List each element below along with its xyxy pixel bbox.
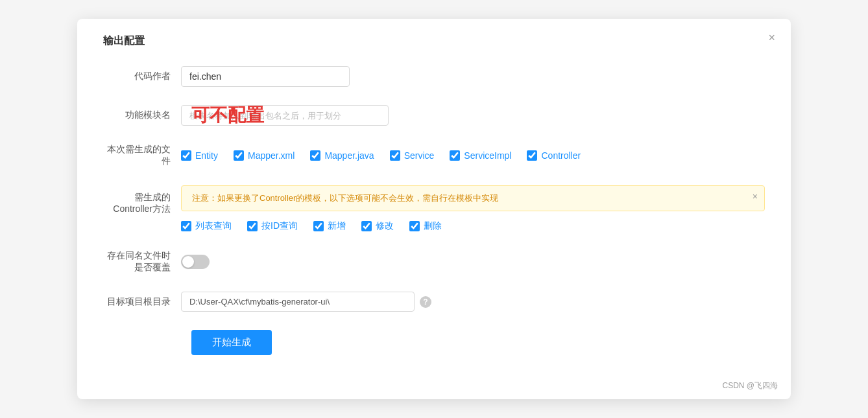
notice-text: 注意：如果更换了Controller的模板，以下选项可能不会生效，需自行在模板中… xyxy=(192,193,498,203)
author-row: 代码作者 xyxy=(103,66,765,87)
controller-row: 需生成的Controller方法 注意：如果更换了Controller的模板，以… xyxy=(103,185,765,232)
checkbox-service-impl-label: ServiceImpl xyxy=(464,150,511,161)
module-input[interactable] xyxy=(181,105,389,126)
files-label: 本次需生成的文件 xyxy=(103,144,181,167)
notice-box: 注意：如果更换了Controller的模板，以下选项可能不会生效，需自行在模板中… xyxy=(181,185,765,211)
checkbox-service-label: Service xyxy=(404,150,435,161)
checkbox-mapper-xml-label: Mapper.xml xyxy=(248,150,295,161)
checkbox-update-input[interactable] xyxy=(361,221,372,231)
checkbox-add-label: 新增 xyxy=(328,220,346,232)
checkbox-mapper-java-input[interactable] xyxy=(310,150,320,161)
controller-section: 注意：如果更换了Controller的模板，以下选项可能不会生效，需自行在模板中… xyxy=(181,185,765,232)
toggle-slider xyxy=(181,255,210,269)
checkbox-by-id[interactable]: 按ID查询 xyxy=(247,220,298,232)
overwrite-toggle[interactable] xyxy=(181,255,210,269)
notice-close-button[interactable]: × xyxy=(753,191,758,202)
toggle-wrapper xyxy=(181,255,210,269)
overwrite-label: 存在同名文件时是否覆盖 xyxy=(103,250,181,273)
target-dir-input[interactable] xyxy=(181,292,415,312)
checkbox-service-impl-input[interactable] xyxy=(450,150,460,161)
checkbox-update-label: 修改 xyxy=(376,220,394,232)
checkbox-list-query-input[interactable] xyxy=(181,221,191,231)
checkbox-service[interactable]: Service xyxy=(390,150,435,161)
checkbox-delete-label: 删除 xyxy=(424,220,442,232)
author-label: 代码作者 xyxy=(103,71,181,82)
checkbox-entity-input[interactable] xyxy=(181,150,191,161)
checkbox-mapper-java[interactable]: Mapper.java xyxy=(310,150,374,161)
dialog-title: 输出配置 xyxy=(103,34,765,48)
checkbox-service-input[interactable] xyxy=(390,150,400,161)
checkbox-entity-label: Entity xyxy=(195,150,218,161)
checkbox-list-query-label: 列表查询 xyxy=(195,220,232,232)
module-row: 功能模块名 可不配置 xyxy=(103,105,765,126)
checkbox-update[interactable]: 修改 xyxy=(361,220,394,232)
files-row: 本次需生成的文件 Entity Mapper.xml Mapper.java S… xyxy=(103,144,765,167)
checkbox-delete[interactable]: 删除 xyxy=(409,220,442,232)
target-dir-label: 目标项目根目录 xyxy=(103,296,181,308)
checkbox-controller-input[interactable] xyxy=(527,150,537,161)
checkbox-controller[interactable]: Controller xyxy=(527,150,581,161)
module-input-wrapper: 可不配置 xyxy=(181,105,389,126)
checkbox-by-id-label: 按ID查询 xyxy=(261,220,298,232)
controller-methods-group: 列表查询 按ID查询 新增 修改 删除 xyxy=(181,220,765,232)
files-checkbox-group: Entity Mapper.xml Mapper.java Service Se… xyxy=(181,150,581,161)
checkbox-list-query[interactable]: 列表查询 xyxy=(181,220,232,232)
close-button[interactable]: × xyxy=(768,32,775,43)
start-button[interactable]: 开始生成 xyxy=(191,330,272,355)
checkbox-controller-label: Controller xyxy=(541,150,581,161)
module-label: 功能模块名 xyxy=(103,110,181,121)
checkbox-add[interactable]: 新增 xyxy=(313,220,346,232)
checkbox-entity[interactable]: Entity xyxy=(181,150,218,161)
output-config-dialog: 输出配置 × 代码作者 功能模块名 可不配置 本次需生成的文件 Entity M… xyxy=(77,19,791,399)
checkbox-by-id-input[interactable] xyxy=(247,221,258,231)
author-input[interactable] xyxy=(181,66,350,87)
checkbox-mapper-java-label: Mapper.java xyxy=(324,150,374,161)
start-button-row: 开始生成 xyxy=(103,330,765,355)
checkbox-mapper-xml[interactable]: Mapper.xml xyxy=(234,150,295,161)
checkbox-mapper-xml-input[interactable] xyxy=(234,150,244,161)
checkbox-add-input[interactable] xyxy=(313,221,324,231)
target-dir-row: 目标项目根目录 ? xyxy=(103,292,765,312)
watermark: CSDN @飞四海 xyxy=(722,380,778,391)
help-icon[interactable]: ? xyxy=(420,296,431,308)
overwrite-row: 存在同名文件时是否覆盖 xyxy=(103,250,765,273)
checkbox-service-impl[interactable]: ServiceImpl xyxy=(450,150,511,161)
controller-label: 需生成的Controller方法 xyxy=(103,185,181,215)
notice-row: 注意：如果更换了Controller的模板，以下选项可能不会生效，需自行在模板中… xyxy=(181,185,765,211)
checkbox-delete-input[interactable] xyxy=(409,221,420,231)
